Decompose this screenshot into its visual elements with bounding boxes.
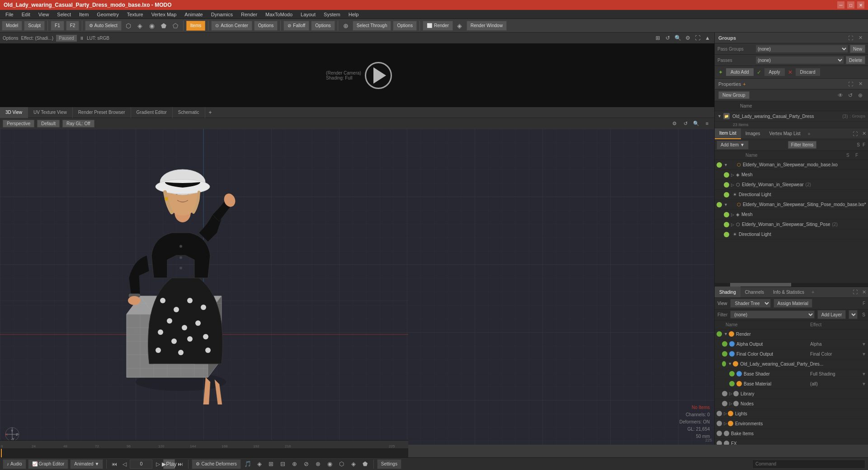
- sh-item-old-lady[interactable]: ▼ Old_Lady_wearing_Casual_Party_Dres...: [715, 359, 868, 369]
- bb-icon-8[interactable]: ◉: [325, 459, 335, 469]
- maximize-button[interactable]: □: [847, 1, 854, 9]
- sh-expand-library[interactable]: ▷: [729, 391, 732, 396]
- il-expand-1[interactable]: ▷: [731, 173, 734, 177]
- tab-uv-texture-view[interactable]: UV Texture View: [28, 107, 73, 118]
- menu-render[interactable]: Render: [237, 11, 261, 18]
- il-expand-2[interactable]: ▷: [731, 183, 734, 187]
- graph-editor-button[interactable]: 📈 Graph Editor: [28, 459, 69, 469]
- menu-vertex-map[interactable]: Vertex Map: [148, 11, 180, 18]
- sh-layer-type-select[interactable]: ▼: [849, 310, 858, 319]
- sh-arrow-base-material[interactable]: ▼: [862, 381, 866, 386]
- menu-edit[interactable]: Edit: [18, 11, 34, 18]
- tab-channels[interactable]: Channels: [741, 287, 769, 297]
- f1-button[interactable]: F1: [51, 21, 64, 31]
- apply-button[interactable]: Apply: [764, 68, 785, 76]
- discard-button[interactable]: Discard: [795, 68, 821, 76]
- bb-icon-11[interactable]: ⬟: [360, 459, 370, 469]
- il-item-5[interactable]: ▷ ◈ Mesh: [715, 210, 868, 220]
- tab-render-preset-browser[interactable]: Render Preset Browser: [73, 107, 131, 118]
- tab-images[interactable]: Images: [741, 128, 765, 139]
- transport-skip-start[interactable]: ⏮: [110, 460, 119, 469]
- options-button-2[interactable]: Options: [311, 21, 335, 31]
- il-expand-btn[interactable]: ⛶: [851, 130, 859, 138]
- preview-ctrl-4[interactable]: ⚙: [684, 34, 692, 42]
- raygl-button[interactable]: Ray GL: Off: [62, 120, 94, 127]
- passes-select[interactable]: (none): [755, 56, 844, 64]
- il-expand-5[interactable]: ▷: [731, 212, 734, 217]
- preview-ctrl-1[interactable]: ⊞: [654, 34, 662, 42]
- groups-icon-2[interactable]: ↺: [846, 91, 854, 99]
- tab-vertex-map-list[interactable]: Vertex Map List: [765, 128, 805, 139]
- settings-button[interactable]: Settings: [377, 459, 401, 469]
- group-list-item-0[interactable]: ▼ 📁 Old_Lady_wearing_Casual_Party_Dress …: [715, 111, 868, 122]
- tab-gradient-editor[interactable]: Gradient Editor: [131, 107, 173, 118]
- audio-button[interactable]: ♪ Audio: [3, 459, 26, 469]
- sh-expand-btn[interactable]: ⛶: [851, 288, 859, 296]
- preview-ctrl-5[interactable]: ⛶: [693, 34, 702, 42]
- toolbar-icon-3[interactable]: ◉: [147, 21, 157, 31]
- il-item-3[interactable]: ☀ Directional Light: [715, 190, 868, 200]
- il-item-0[interactable]: ▼ ⬡ Elderly_Woman_in_Sleepwear_modo_base…: [715, 160, 868, 170]
- preview-ctrl-3[interactable]: 🔍: [674, 34, 682, 42]
- auto-add-button[interactable]: Auto Add: [726, 68, 754, 76]
- bb-icon-6[interactable]: ⊘: [302, 459, 311, 469]
- groups-icon-1[interactable]: 👁: [836, 91, 844, 99]
- options-button-3[interactable]: Options: [393, 21, 416, 31]
- sh-arrow-alpha[interactable]: ▼: [862, 342, 866, 347]
- shader-tree-select[interactable]: Shader Tree: [730, 299, 771, 308]
- menu-texture[interactable]: Texture: [123, 11, 147, 18]
- transport-next[interactable]: ▷: [153, 460, 162, 469]
- sh-expand-environments[interactable]: ▷: [724, 421, 727, 426]
- menu-geometry[interactable]: Geometry: [93, 11, 122, 18]
- add-shading-tab[interactable]: +: [809, 287, 817, 296]
- properties-expand-btn[interactable]: ⛶: [846, 80, 854, 88]
- add-item-list-tab[interactable]: +: [805, 129, 813, 138]
- bb-icon-5[interactable]: ⊕: [290, 459, 300, 469]
- il-item-4[interactable]: ▼ ⬡ Elderly_Woman_in_Sleepwear_Siting_Po…: [715, 200, 868, 210]
- render-icon[interactable]: ◈: [455, 21, 465, 31]
- menu-item[interactable]: Item: [75, 11, 92, 18]
- sh-expand-render[interactable]: ▼: [724, 332, 728, 336]
- toolbar-icon-2[interactable]: ◈: [135, 21, 145, 31]
- il-item-1[interactable]: ▷ ◈ Mesh: [715, 170, 868, 180]
- add-viewport-tab[interactable]: +: [205, 108, 216, 118]
- sh-expand-old-lady[interactable]: ▼: [728, 362, 732, 366]
- sh-expand-nodes[interactable]: ▷: [729, 401, 732, 406]
- transport-prev[interactable]: ◁: [120, 460, 129, 469]
- pass-groups-new-btn[interactable]: New: [850, 45, 865, 53]
- menu-view[interactable]: View: [35, 11, 53, 18]
- preview-ctrl-2[interactable]: ↺: [664, 34, 672, 42]
- passes-delete-btn[interactable]: Delete: [846, 56, 865, 64]
- options-button-1[interactable]: Options: [254, 21, 278, 31]
- il-item-2[interactable]: ▷ ⬡ Elderly_Woman_in_Sleepwear (2): [715, 180, 868, 190]
- sh-item-fx[interactable]: FX: [715, 439, 868, 445]
- sh-expand-lights[interactable]: ▷: [724, 411, 727, 416]
- bb-icon-3[interactable]: ⊞: [266, 459, 276, 469]
- bb-icon-4[interactable]: ⊟: [278, 459, 288, 469]
- action-center-button[interactable]: ⊙ Action Center: [211, 21, 252, 31]
- menu-help[interactable]: Help: [345, 11, 363, 18]
- render-window-button[interactable]: Render Window: [467, 21, 507, 31]
- sh-item-base-material[interactable]: Base Material (all) ▼: [715, 379, 868, 389]
- item-list-h-scrollbar[interactable]: [715, 283, 868, 287]
- il-expand-6[interactable]: ▷: [731, 222, 734, 227]
- timeline-track[interactable]: [0, 449, 408, 458]
- tab-item-list[interactable]: Item List: [715, 128, 741, 139]
- group-expand-arrow[interactable]: ▼: [717, 114, 722, 118]
- new-group-button[interactable]: New Group: [718, 91, 750, 99]
- bb-icon-10[interactable]: ◈: [349, 459, 359, 469]
- menu-select[interactable]: Select: [53, 11, 75, 18]
- play-button-main[interactable]: ▶ Play: [163, 459, 175, 469]
- default-button[interactable]: Default: [37, 120, 60, 127]
- sh-arrow-final[interactable]: ▼: [862, 352, 866, 357]
- bb-icon-9[interactable]: ⬡: [337, 459, 347, 469]
- il-item-6[interactable]: ▷ ⬡ Elderly_Woman_in_Sleepwear_Siting_Po…: [715, 220, 868, 230]
- sh-item-lights[interactable]: ▷ Lights: [715, 409, 868, 419]
- groups-icon-3[interactable]: ⊕: [856, 91, 864, 99]
- menu-layout[interactable]: Layout: [297, 11, 319, 18]
- sh-item-base-shader[interactable]: Base Shader Full Shading ▼: [715, 369, 868, 379]
- properties-close-btn[interactable]: ✕: [856, 80, 864, 88]
- il-close-btn[interactable]: ✕: [860, 130, 868, 138]
- preview-ctrl-6[interactable]: ▲: [703, 34, 712, 42]
- sh-item-render[interactable]: ▼ Render: [715, 329, 868, 339]
